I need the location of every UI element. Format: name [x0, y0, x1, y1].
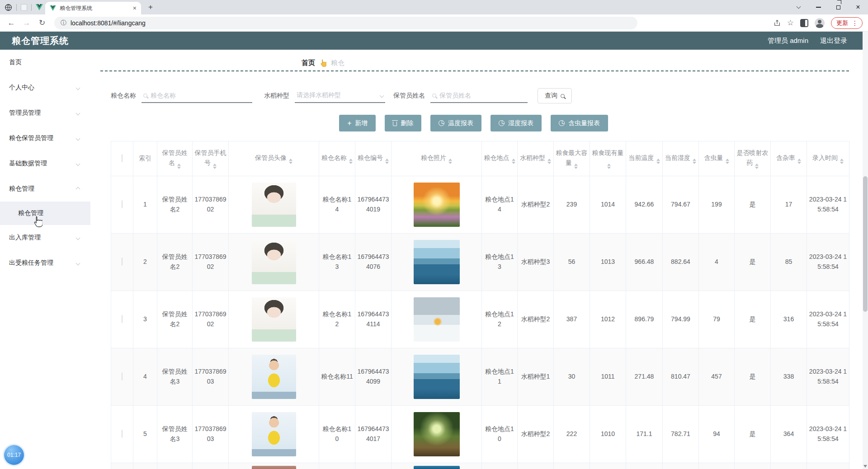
sidebar-item[interactable]: 个人中心 [0, 75, 90, 100]
sidebar-subitem[interactable]: 粮仓管理 [0, 202, 90, 225]
sidebar-item[interactable]: 管理员管理 [0, 100, 90, 126]
new-tab-button[interactable]: + [146, 2, 156, 12]
search-icon [432, 94, 436, 98]
cell-partial [554, 463, 590, 469]
column-header-phone[interactable]: 保管员手机号 [193, 141, 229, 176]
warehouse-photo-image [414, 240, 460, 284]
reload-icon[interactable]: ↻ [36, 17, 48, 29]
row-checkbox[interactable] [122, 200, 123, 208]
column-header-code[interactable]: 粮仓编号 [355, 141, 392, 176]
profile-avatar[interactable] [815, 18, 825, 28]
browser-menu-icon[interactable]: ⋮ [852, 19, 858, 27]
sort-carets-icon[interactable] [349, 159, 353, 164]
sidebar-item[interactable]: 粮仓保管员管理 [0, 126, 90, 151]
search-button[interactable]: 查询 [538, 88, 572, 103]
湿度报表-button[interactable]: 湿度报表 [491, 115, 542, 131]
cell-time: 2023-03-24 15:58:54 [807, 234, 849, 291]
column-header-time[interactable]: 录入时间 [807, 141, 849, 176]
column-header-keeper[interactable]: 保管员姓名 [157, 141, 193, 176]
address-input[interactable]: ⓘ localhost:8081/#/liangcang [54, 17, 637, 29]
sort-carets-icon[interactable] [177, 164, 181, 169]
cell-location: 粮仓地点13 [482, 234, 518, 291]
tab-close-icon[interactable]: × [133, 5, 137, 11]
cell-photo [392, 291, 482, 348]
column-header-rice[interactable]: 水稻种型 [518, 141, 554, 176]
breadcrumb-home-link[interactable]: 首页 [302, 59, 315, 67]
sidebar-item[interactable]: 首页 [0, 50, 90, 75]
logout-link[interactable]: 退出登录 [820, 37, 847, 45]
sidebar-item[interactable]: 基础数据管理 [0, 151, 90, 176]
column-header-photo[interactable]: 粮仓照片 [392, 141, 482, 176]
sort-carets-icon[interactable] [547, 159, 551, 164]
column-header-pesticide[interactable]: 是否喷射农药 [735, 141, 771, 176]
column-header-insect[interactable]: 含虫量 [699, 141, 735, 176]
keeper-name-input[interactable] [439, 92, 526, 99]
cell-pesticide: 是 [735, 291, 771, 348]
forward-icon[interactable]: → [21, 17, 33, 29]
rice-type-select[interactable]: 请选择水稻种型 [295, 89, 385, 103]
timer-badge[interactable]: 01:17 [4, 445, 24, 465]
温度报表-button[interactable]: 温度报表 [430, 115, 481, 131]
window-menu-chevron-icon[interactable] [788, 0, 808, 14]
scrollbar-down-arrow-icon[interactable] [863, 465, 867, 468]
sidebar-item[interactable]: 出受粮任务管理 [0, 250, 90, 276]
sort-carets-icon[interactable] [797, 159, 801, 164]
sort-carets-icon[interactable] [512, 159, 515, 164]
column-header-avatar[interactable]: 保管员头像 [229, 141, 319, 176]
window-close-button[interactable]: × [848, 0, 868, 14]
sort-carets-icon[interactable] [213, 164, 217, 169]
cell-name: 粮仓名称12 [319, 291, 355, 348]
column-header-current[interactable]: 粮食现有量 [590, 141, 626, 176]
page-scrollbar[interactable] [863, 32, 868, 469]
share-icon[interactable] [774, 19, 781, 27]
sort-carets-icon[interactable] [574, 164, 578, 169]
browser-logo-icon[interactable] [5, 4, 12, 11]
row-checkbox[interactable] [122, 315, 123, 323]
row-checkbox[interactable] [122, 372, 123, 380]
blank-tab-icon[interactable] [21, 4, 27, 11]
trash-icon [393, 122, 397, 126]
sort-carets-icon[interactable] [840, 159, 844, 164]
sort-carets-icon[interactable] [726, 159, 729, 164]
bookmark-star-icon[interactable]: ☆ [787, 18, 794, 28]
column-header-impurity[interactable]: 含杂率 [771, 141, 807, 176]
site-info-icon[interactable]: ⓘ [61, 19, 66, 27]
sidebar-item-label: 首页 [9, 58, 80, 66]
app-header: 粮仓管理系统 管理员 admin 退出登录 [0, 32, 868, 50]
back-icon[interactable]: ← [5, 17, 17, 29]
cell-max: 387 [554, 291, 590, 348]
side-panel-icon[interactable] [800, 19, 808, 27]
column-header-label: 含虫量 [704, 154, 723, 161]
sort-carets-icon[interactable] [693, 159, 696, 164]
column-header-location[interactable]: 粮仓地点 [482, 141, 518, 176]
warehouse-name-input[interactable] [151, 92, 250, 99]
column-header-name[interactable]: 粮仓名称 [319, 141, 355, 176]
含虫量报表-button[interactable]: 含虫量报表 [551, 115, 608, 131]
column-header-temp[interactable]: 当前温度 [626, 141, 663, 176]
sort-carets-icon[interactable] [607, 164, 611, 169]
window-minimize-button[interactable] [808, 0, 828, 14]
sort-carets-icon[interactable] [656, 159, 660, 164]
sort-carets-icon[interactable] [755, 164, 759, 169]
scrollbar-thumb[interactable] [863, 176, 868, 312]
row-checkbox[interactable] [122, 430, 123, 438]
sidebar-item[interactable]: 粮仓管理 [0, 176, 90, 202]
column-header-max[interactable]: 粮食最大容量 [554, 141, 590, 176]
删除-button[interactable]: 删除 [385, 115, 421, 131]
vue-logo-icon[interactable] [36, 4, 43, 10]
keeper-avatar-image [252, 183, 296, 227]
新增-button[interactable]: +新增 [339, 115, 376, 131]
column-header-humidity[interactable]: 当前湿度 [663, 141, 699, 176]
active-browser-tab[interactable]: 粮仓管理系统 × [45, 2, 141, 14]
sidebar-item[interactable]: 出入库管理 [0, 225, 90, 250]
select-all-header [111, 141, 133, 176]
browser-update-button[interactable]: 更新 ⋮ [831, 17, 863, 29]
cell-avatar [229, 406, 319, 463]
sort-carets-icon[interactable] [448, 159, 452, 164]
column-header-index[interactable]: 索引 [133, 141, 157, 176]
sort-carets-icon[interactable] [385, 159, 389, 164]
window-restore-button[interactable] [828, 0, 848, 14]
row-checkbox[interactable] [122, 258, 123, 266]
select-all-checkbox[interactable] [122, 154, 123, 162]
sort-carets-icon[interactable] [289, 159, 292, 164]
